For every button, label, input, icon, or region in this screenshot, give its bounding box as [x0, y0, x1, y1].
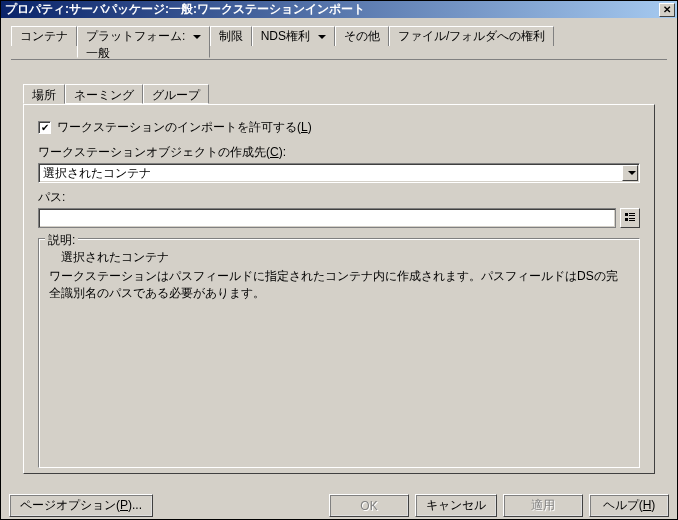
ok-button[interactable]: OK: [329, 494, 409, 517]
object-creation-select[interactable]: 選択されたコンテナ: [38, 163, 640, 183]
svg-rect-2: [629, 215, 635, 216]
tab-other[interactable]: その他: [335, 26, 389, 46]
close-icon[interactable]: ✕: [659, 3, 675, 17]
description-groupbox: 説明: 選択されたコンテナ ワークステーションはパスフィールドに指定されたコンテ…: [38, 238, 640, 468]
page-options-button[interactable]: ページオプション(P)...: [9, 494, 153, 517]
subtab-location[interactable]: 場所: [23, 84, 65, 104]
dialog-window: プロパティ:サーバパッケージ:一般:ワークステーションインポート ✕ コンテナ …: [0, 0, 678, 520]
cancel-button[interactable]: キャンセル: [415, 494, 497, 517]
allow-import-label: ワークステーションのインポートを許可する(L): [57, 119, 312, 136]
tab-filefolder[interactable]: ファイル/フォルダへの権利: [389, 26, 554, 46]
svg-rect-0: [625, 213, 628, 216]
path-input[interactable]: [38, 208, 616, 228]
tab-platform[interactable]: プラットフォーム: 一般: [77, 26, 210, 58]
apply-button[interactable]: 適用: [503, 494, 583, 517]
chevron-down-icon: [628, 171, 636, 175]
titlebar: プロパティ:サーバパッケージ:一般:ワークステーションインポート ✕: [1, 1, 677, 18]
allow-import-row: ✔ ワークステーションのインポートを許可する(L): [38, 119, 640, 136]
sub-tab-strip: 場所 ネーミング グループ: [23, 84, 655, 104]
chevron-down-icon: [193, 35, 201, 39]
subtab-naming[interactable]: ネーミング: [65, 84, 143, 104]
browse-icon: [624, 212, 636, 224]
path-row: [38, 208, 640, 228]
svg-rect-3: [625, 218, 628, 221]
select-value: 選択されたコンテナ: [39, 165, 621, 182]
top-tab-strip: コンテナ プラットフォーム: 一般 制限 NDS権利 その他 ファイル/フォルダ…: [11, 26, 667, 60]
tab-limit[interactable]: 制限: [210, 26, 252, 46]
select-dropdown-button[interactable]: [622, 165, 638, 181]
panel-outer: 場所 ネーミング グループ ✔ ワークステーションのインポートを許可する(L) …: [11, 60, 667, 484]
svg-rect-4: [629, 218, 635, 219]
content-area: コンテナ プラットフォーム: 一般 制限 NDS権利 その他 ファイル/フォルダ…: [1, 18, 677, 490]
subtab-group[interactable]: グループ: [143, 84, 209, 104]
tab-separator: [11, 59, 667, 60]
tab-nds[interactable]: NDS権利: [252, 26, 335, 46]
description-text: 選択されたコンテナ ワークステーションはパスフィールドに指定されたコンテナ内に作…: [49, 249, 629, 301]
allow-import-checkbox[interactable]: ✔: [38, 121, 51, 134]
svg-rect-5: [629, 220, 635, 221]
button-bar: ページオプション(P)... OK キャンセル 適用 ヘルプ(H): [1, 490, 677, 520]
browse-button[interactable]: [620, 208, 640, 228]
path-label: パス:: [38, 189, 640, 206]
description-title: 説明:: [45, 232, 78, 249]
svg-rect-1: [629, 213, 635, 214]
help-button[interactable]: ヘルプ(H): [589, 494, 669, 517]
object-creation-label: ワークステーションオブジェクトの作成先(C):: [38, 144, 640, 161]
tab-container[interactable]: コンテナ: [11, 26, 77, 46]
window-title: プロパティ:サーバパッケージ:一般:ワークステーションインポート: [5, 1, 365, 18]
chevron-down-icon: [318, 35, 326, 39]
location-panel: ✔ ワークステーションのインポートを許可する(L) ワークステーションオブジェク…: [23, 104, 655, 474]
